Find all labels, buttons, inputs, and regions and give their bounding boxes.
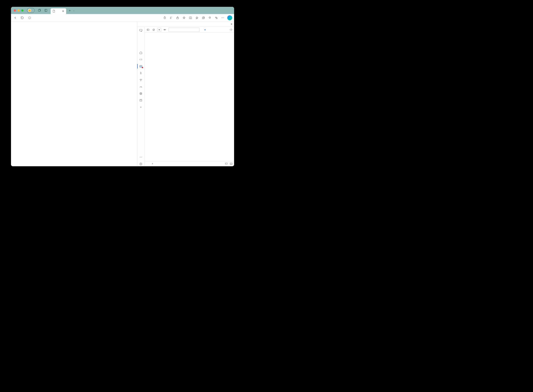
drawer-dock-icon[interactable] (230, 162, 233, 165)
console-icon[interactable] (138, 64, 143, 69)
devtools-activity-bar: ＋ ⋯ (137, 27, 144, 166)
console-settings-icon[interactable] (230, 28, 233, 31)
svg-rect-26 (147, 29, 149, 30)
profile-pill[interactable]: 🙂 (27, 8, 35, 13)
sources-icon[interactable] (138, 71, 143, 75)
svg-rect-32 (225, 163, 228, 164)
close-tab-icon[interactable]: ✕ (62, 10, 64, 13)
svg-point-19 (141, 81, 141, 81)
devtools: ✕ ＋ (137, 22, 234, 166)
drawer-add-tab-icon[interactable]: ＋ (151, 162, 154, 165)
svg-rect-33 (230, 163, 232, 165)
more-tools-icon[interactable]: ⋯ (138, 155, 143, 159)
maximize-window-button[interactable] (21, 9, 24, 12)
reload-button[interactable] (20, 15, 25, 20)
more-menu-icon[interactable]: ⋯ (220, 15, 225, 20)
svg-rect-21 (140, 93, 141, 94)
url-bar: A ⋯ (11, 14, 234, 22)
share-icon[interactable] (175, 15, 180, 20)
window-controls (14, 9, 24, 12)
clear-console-icon[interactable] (152, 28, 156, 32)
console-toolbar: ▾ (144, 27, 234, 33)
toggle-sidebar-icon[interactable] (146, 28, 150, 32)
live-expression-icon[interactable] (163, 28, 167, 32)
inspect-element-icon[interactable] (138, 28, 143, 33)
collections-icon[interactable] (201, 15, 206, 20)
split-screen-icon[interactable] (188, 15, 193, 20)
page-icon (52, 10, 55, 13)
svg-point-15 (216, 18, 217, 19)
tabs-menu-chevron-icon[interactable]: ⌄ (73, 9, 75, 12)
extensions-icon[interactable] (207, 15, 213, 20)
context-select[interactable]: ▾ (157, 28, 161, 32)
browser-tab[interactable]: ✕ (51, 8, 66, 14)
workspaces-icon[interactable] (37, 8, 42, 13)
devtools-header: ✕ (137, 22, 234, 27)
devtools-drawer-tabs: ＋ (144, 161, 234, 166)
svg-point-18 (140, 72, 141, 73)
titlebar: 🙂 ✕ ＋ ⌄ (11, 7, 234, 14)
svg-rect-0 (38, 10, 40, 11)
toolbar-right: A ⋯ (162, 15, 232, 20)
drawer-errors-icon[interactable] (225, 162, 228, 165)
memory-icon[interactable] (138, 91, 143, 96)
avatar: 🙂 (28, 9, 31, 12)
svg-text:A: A (170, 17, 171, 19)
help-icon[interactable] (138, 162, 143, 166)
svg-rect-1 (45, 9, 47, 12)
svg-rect-20 (140, 93, 142, 94)
minimize-window-button[interactable] (17, 9, 20, 12)
vertical-tabs-icon[interactable] (43, 8, 49, 13)
add-panel-icon[interactable]: ＋ (138, 105, 143, 109)
read-aloud-icon[interactable]: A (168, 15, 174, 20)
page-content (11, 22, 137, 166)
elements-icon[interactable] (138, 57, 143, 62)
performance-icon[interactable] (214, 15, 219, 20)
svg-point-14 (215, 17, 216, 18)
copilot-icon[interactable] (227, 15, 232, 20)
console-log-list[interactable] (144, 33, 234, 161)
close-window-button[interactable] (14, 9, 16, 12)
svg-point-30 (164, 29, 165, 30)
back-button[interactable] (13, 15, 18, 20)
favorite-icon[interactable] (181, 15, 187, 20)
site-info-icon[interactable] (28, 16, 31, 19)
svg-rect-17 (140, 65, 142, 67)
issues-counter[interactable] (204, 28, 206, 31)
new-tab-button[interactable]: ＋ (67, 8, 72, 13)
performance-panel-icon[interactable] (138, 84, 143, 89)
svg-line-29 (153, 29, 154, 30)
svg-point-31 (231, 29, 232, 30)
shopping-icon[interactable] (162, 15, 167, 20)
filter-input[interactable] (168, 28, 200, 32)
svg-rect-16 (139, 29, 142, 31)
devtools-main: ▾ ＋ (144, 27, 234, 166)
favorites-list-icon[interactable] (194, 15, 200, 20)
network-icon[interactable] (138, 78, 143, 82)
application-icon[interactable] (138, 98, 143, 103)
address-field[interactable] (27, 15, 34, 20)
browser-window: 🙂 ✕ ＋ ⌄ (11, 7, 234, 166)
devtools-close-icon[interactable]: ✕ (230, 23, 233, 26)
body-split: ✕ ＋ (11, 22, 234, 166)
welcome-icon[interactable] (138, 50, 143, 55)
svg-rect-22 (140, 99, 142, 102)
